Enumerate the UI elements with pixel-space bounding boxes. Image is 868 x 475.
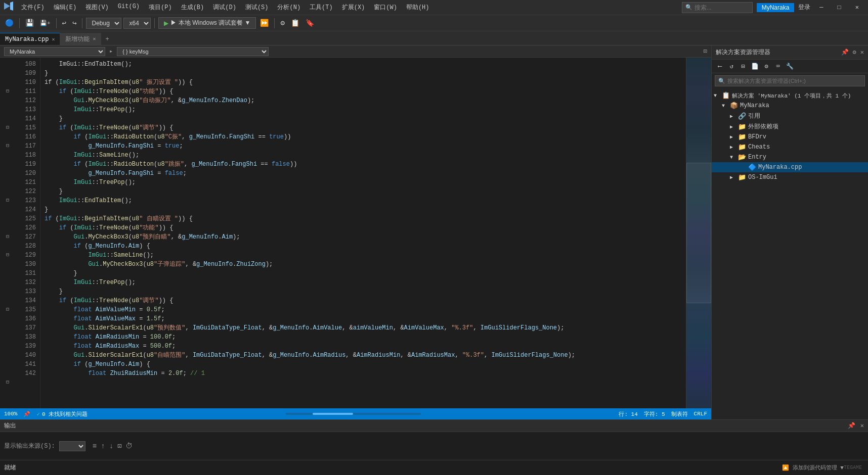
collapse-btn-7[interactable]: ⊟	[0, 305, 15, 314]
breadcrumb-class-dropdown[interactable]: MyNaraka	[4, 47, 105, 56]
se-code-view-icon[interactable]: ⌨	[773, 61, 783, 71]
debug-config-dropdown[interactable]: Debug	[86, 18, 121, 29]
toolbar-undo-icon[interactable]: ↩	[60, 18, 68, 28]
menu-file[interactable]: 文件(F)	[17, 2, 49, 13]
menu-view[interactable]: 视图(V)	[81, 2, 113, 13]
toolbar-redo-icon[interactable]: ↪	[70, 18, 78, 28]
win-close-btn[interactable]: ✕	[850, 3, 864, 12]
svg-marker-0	[4, 3, 10, 10]
output-close-icon[interactable]: ✕	[860, 422, 864, 430]
output-header: 输出 📌 ✕	[0, 420, 868, 432]
output-btn-5[interactable]: ⏱	[125, 442, 133, 450]
solution-icon: 📋	[722, 91, 730, 100]
se-collapse-icon[interactable]: ⊟	[738, 61, 748, 71]
menu-analyze[interactable]: 分析(N)	[273, 2, 305, 13]
tree-cheats[interactable]: ▶ 📁 Cheats	[712, 142, 868, 152]
menu-build[interactable]: 生成(B)	[177, 2, 208, 13]
tab-close-mynaraka[interactable]: ✕	[52, 36, 55, 42]
menu-edit[interactable]: 编辑(E)	[50, 2, 81, 13]
menu-extend[interactable]: 扩展(X)	[338, 2, 369, 13]
tree-mynaraka-cpp[interactable]: ▶ 🔷 MyNaraka.cpp	[712, 162, 868, 172]
solution-explorer-header: 解决方案资源管理器 📌 ⚙ ✕	[712, 45, 868, 60]
status-errors[interactable]: ✓ 0 未找到相关问题	[36, 410, 88, 418]
minimap[interactable]	[686, 58, 711, 408]
se-filter-icon[interactable]: ⚙	[761, 61, 771, 71]
code-area[interactable]: ⊟ ⊟ ⊟ ⊟	[0, 58, 711, 408]
se-search-input[interactable]	[727, 78, 861, 84]
ref-label: 引用	[748, 112, 760, 120]
se-properties-icon[interactable]: 🔧	[785, 61, 795, 71]
login-label[interactable]: 登录	[798, 3, 810, 12]
tab-close-new[interactable]: ✕	[93, 36, 96, 42]
tab-new-feature[interactable]: 新增功能 ✕	[60, 33, 101, 45]
toolbar-step-icon[interactable]: ⏩	[258, 18, 271, 28]
search-input[interactable]	[695, 4, 749, 11]
bottom-action[interactable]: 🔼 添加到源代码管理 ▼	[782, 464, 844, 471]
output-source-select[interactable]: 生成 调试	[59, 441, 85, 451]
collapse-btn-3[interactable]: ⊟	[0, 141, 15, 151]
external-label: 外部依赖项	[748, 122, 778, 131]
settings-icon[interactable]: ⚙	[853, 49, 856, 56]
win-minimize-btn[interactable]: —	[814, 3, 828, 12]
close-panel-icon[interactable]: ✕	[860, 49, 864, 56]
menu-window[interactable]: 窗口(W)	[370, 2, 401, 13]
output-btn-3[interactable]: ↓	[109, 442, 113, 450]
breadcrumb-method-dropdown[interactable]: { } keyMsg	[117, 47, 269, 56]
tree-project-mynaraka[interactable]: ▼ 📦 MyNaraka	[712, 101, 868, 111]
toolbar-misc1[interactable]: ⚙	[278, 18, 286, 28]
menu-debug[interactable]: 调试(D)	[209, 2, 240, 13]
tree-solution-root[interactable]: ▼ 📋 解决方案 'MyNaraka' (1 个项目，共 1 个)	[712, 90, 868, 101]
bfdrv-label: BFDrv	[748, 133, 766, 140]
se-refresh-icon[interactable]: ↺	[726, 61, 736, 71]
output-body: 显示输出来源(S): 生成 调试 ≡ ↑ ↓ ⊡ ⏱	[0, 432, 868, 460]
collapse-all-icon[interactable]: ⊡	[704, 48, 707, 55]
mynaraka-button[interactable]: MyNaraka	[757, 3, 795, 12]
solution-label: 解决方案 'MyNaraka' (1 个项目，共 1 个)	[732, 92, 851, 100]
collapse-btn-8[interactable]: ⊟	[0, 378, 15, 387]
tree-bfdrv[interactable]: ▶ 📁 BFDrv	[712, 132, 868, 142]
menu-git[interactable]: Git(G)	[114, 2, 144, 13]
tree-ref[interactable]: ▶ 🔗 引用	[712, 111, 868, 121]
menu-help[interactable]: 帮助(H)	[402, 2, 433, 13]
win-maximize-btn[interactable]: □	[833, 3, 846, 12]
bottom-bar: 就绪 🔼 添加到源代码管理 ▼ TEGAME	[0, 460, 868, 475]
output-btn-2[interactable]: ↑	[101, 442, 105, 450]
status-pin[interactable]: 📌	[23, 411, 30, 417]
vs-logo	[4, 2, 13, 13]
tab-mynaraka-cpp[interactable]: MyNaraka.cpp ✕	[0, 33, 60, 45]
menu-test[interactable]: 测试(S)	[241, 2, 273, 13]
toolbar-misc2[interactable]: 📋	[289, 18, 301, 28]
tab-add-btn[interactable]: +	[101, 34, 113, 45]
collapse-btn-5[interactable]: ⊟	[0, 232, 15, 242]
toolbar-save-icon[interactable]: 💾	[23, 18, 36, 28]
output-title[interactable]: 输出	[4, 421, 16, 430]
status-line-ending[interactable]: CRLF	[694, 411, 707, 417]
toolbar-misc3[interactable]: 🔖	[303, 18, 316, 28]
output-btn-4[interactable]: ⊡	[117, 442, 121, 450]
se-show-files-icon[interactable]: 📄	[750, 61, 760, 71]
status-tab[interactable]: 制表符	[671, 410, 688, 418]
pin-icon[interactable]: 📌	[841, 49, 849, 56]
toolbar-new-icon[interactable]: 🔵	[3, 18, 16, 28]
menu-tools[interactable]: 工具(T)	[306, 2, 337, 13]
tree-os-imgui[interactable]: ▶ 📁 OS-ImGui	[712, 172, 868, 182]
se-back-icon[interactable]: ⟵	[715, 61, 725, 71]
platform-dropdown[interactable]: x64	[123, 18, 151, 29]
collapse-btn-1[interactable]: ⊟	[0, 87, 15, 96]
run-icon: ▶	[164, 20, 168, 27]
menu-project[interactable]: 项目(P)	[145, 2, 176, 13]
output-pin-icon[interactable]: 📌	[848, 422, 855, 430]
run-button[interactable]: ▶ ▶ 本地 Windows 调试套餐 ▼	[158, 17, 256, 29]
tree-external-deps[interactable]: ▶ 📁 外部依赖项	[712, 121, 868, 132]
code-editor[interactable]: ImGui::EndTabItem();}if (ImGui::BeginTab…	[40, 58, 686, 408]
toolbar: 🔵 💾 💾+ ↩ ↪ Debug x64 ▶ ▶ 本地 Windows 调试套餐…	[0, 15, 868, 31]
toolbar-saveall-icon[interactable]: 💾+	[38, 19, 53, 27]
entry-icon: 📂	[738, 153, 746, 161]
breadcrumb-arrow-icon: ▸	[109, 48, 113, 55]
collapse-btn-6[interactable]: ⊟	[0, 251, 15, 260]
output-btn-1[interactable]: ≡	[93, 442, 97, 450]
tree-entry[interactable]: ▼ 📂 Entry	[712, 152, 868, 162]
collapse-btn-4[interactable]: ⊟	[0, 196, 15, 205]
status-scrollbar	[269, 413, 438, 415]
collapse-btn-2[interactable]: ⊟	[0, 123, 15, 132]
